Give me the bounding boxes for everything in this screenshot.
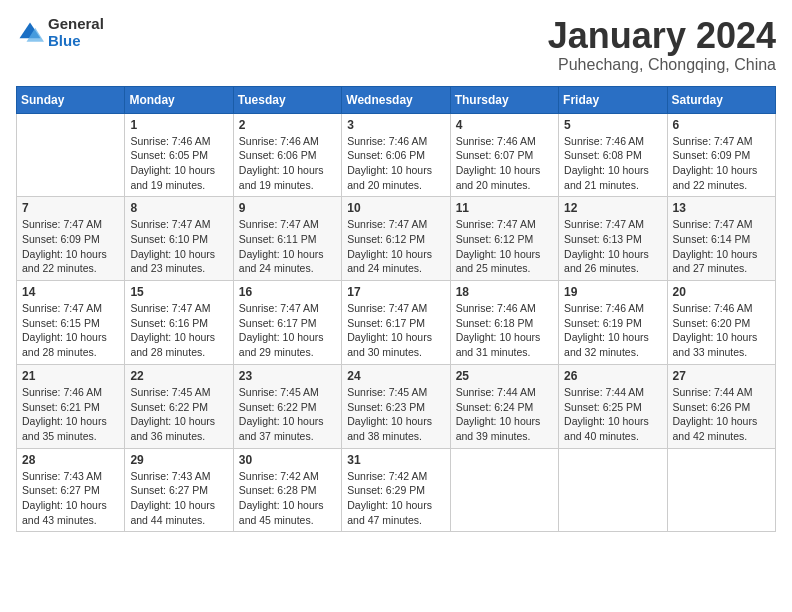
calendar-week-2: 7 Sunrise: 7:47 AM Sunset: 6:09 PM Dayli… bbox=[17, 197, 776, 281]
day-info: Sunrise: 7:47 AM Sunset: 6:15 PM Dayligh… bbox=[22, 301, 119, 360]
day-info: Sunrise: 7:46 AM Sunset: 6:08 PM Dayligh… bbox=[564, 134, 661, 193]
calendar-cell: 15 Sunrise: 7:47 AM Sunset: 6:16 PM Dayl… bbox=[125, 281, 233, 365]
calendar-cell: 27 Sunrise: 7:44 AM Sunset: 6:26 PM Dayl… bbox=[667, 364, 775, 448]
calendar-cell: 5 Sunrise: 7:46 AM Sunset: 6:08 PM Dayli… bbox=[559, 113, 667, 197]
calendar-cell: 30 Sunrise: 7:42 AM Sunset: 6:28 PM Dayl… bbox=[233, 448, 341, 532]
day-info: Sunrise: 7:43 AM Sunset: 6:27 PM Dayligh… bbox=[22, 469, 119, 528]
calendar-cell bbox=[450, 448, 558, 532]
calendar-cell: 12 Sunrise: 7:47 AM Sunset: 6:13 PM Dayl… bbox=[559, 197, 667, 281]
day-info: Sunrise: 7:46 AM Sunset: 6:06 PM Dayligh… bbox=[239, 134, 336, 193]
calendar-week-3: 14 Sunrise: 7:47 AM Sunset: 6:15 PM Dayl… bbox=[17, 281, 776, 365]
calendar-cell: 29 Sunrise: 7:43 AM Sunset: 6:27 PM Dayl… bbox=[125, 448, 233, 532]
weekday-header-friday: Friday bbox=[559, 86, 667, 113]
logo-general-text: General bbox=[48, 16, 104, 33]
calendar-cell: 6 Sunrise: 7:47 AM Sunset: 6:09 PM Dayli… bbox=[667, 113, 775, 197]
calendar-cell: 22 Sunrise: 7:45 AM Sunset: 6:22 PM Dayl… bbox=[125, 364, 233, 448]
calendar-cell: 1 Sunrise: 7:46 AM Sunset: 6:05 PM Dayli… bbox=[125, 113, 233, 197]
day-number: 24 bbox=[347, 369, 444, 383]
day-info: Sunrise: 7:45 AM Sunset: 6:22 PM Dayligh… bbox=[130, 385, 227, 444]
day-info: Sunrise: 7:47 AM Sunset: 6:12 PM Dayligh… bbox=[347, 217, 444, 276]
day-info: Sunrise: 7:44 AM Sunset: 6:26 PM Dayligh… bbox=[673, 385, 770, 444]
weekday-header-thursday: Thursday bbox=[450, 86, 558, 113]
day-number: 30 bbox=[239, 453, 336, 467]
day-number: 4 bbox=[456, 118, 553, 132]
logo-icon bbox=[16, 19, 44, 47]
day-info: Sunrise: 7:46 AM Sunset: 6:20 PM Dayligh… bbox=[673, 301, 770, 360]
day-number: 11 bbox=[456, 201, 553, 215]
day-number: 3 bbox=[347, 118, 444, 132]
location-title: Puhechang, Chongqing, China bbox=[548, 56, 776, 74]
day-number: 8 bbox=[130, 201, 227, 215]
day-number: 27 bbox=[673, 369, 770, 383]
day-number: 25 bbox=[456, 369, 553, 383]
calendar-cell: 21 Sunrise: 7:46 AM Sunset: 6:21 PM Dayl… bbox=[17, 364, 125, 448]
calendar-cell: 28 Sunrise: 7:43 AM Sunset: 6:27 PM Dayl… bbox=[17, 448, 125, 532]
day-number: 18 bbox=[456, 285, 553, 299]
day-info: Sunrise: 7:45 AM Sunset: 6:22 PM Dayligh… bbox=[239, 385, 336, 444]
day-number: 15 bbox=[130, 285, 227, 299]
day-info: Sunrise: 7:47 AM Sunset: 6:14 PM Dayligh… bbox=[673, 217, 770, 276]
day-info: Sunrise: 7:46 AM Sunset: 6:06 PM Dayligh… bbox=[347, 134, 444, 193]
day-number: 23 bbox=[239, 369, 336, 383]
calendar-week-1: 1 Sunrise: 7:46 AM Sunset: 6:05 PM Dayli… bbox=[17, 113, 776, 197]
day-info: Sunrise: 7:42 AM Sunset: 6:29 PM Dayligh… bbox=[347, 469, 444, 528]
day-info: Sunrise: 7:47 AM Sunset: 6:13 PM Dayligh… bbox=[564, 217, 661, 276]
calendar-cell: 7 Sunrise: 7:47 AM Sunset: 6:09 PM Dayli… bbox=[17, 197, 125, 281]
day-info: Sunrise: 7:47 AM Sunset: 6:17 PM Dayligh… bbox=[347, 301, 444, 360]
calendar-cell: 3 Sunrise: 7:46 AM Sunset: 6:06 PM Dayli… bbox=[342, 113, 450, 197]
weekday-header-monday: Monday bbox=[125, 86, 233, 113]
day-number: 1 bbox=[130, 118, 227, 132]
calendar-cell: 19 Sunrise: 7:46 AM Sunset: 6:19 PM Dayl… bbox=[559, 281, 667, 365]
day-info: Sunrise: 7:47 AM Sunset: 6:10 PM Dayligh… bbox=[130, 217, 227, 276]
day-number: 21 bbox=[22, 369, 119, 383]
day-number: 31 bbox=[347, 453, 444, 467]
day-number: 9 bbox=[239, 201, 336, 215]
calendar-cell: 25 Sunrise: 7:44 AM Sunset: 6:24 PM Dayl… bbox=[450, 364, 558, 448]
calendar-cell: 8 Sunrise: 7:47 AM Sunset: 6:10 PM Dayli… bbox=[125, 197, 233, 281]
day-info: Sunrise: 7:47 AM Sunset: 6:16 PM Dayligh… bbox=[130, 301, 227, 360]
day-number: 12 bbox=[564, 201, 661, 215]
title-block: January 2024 Puhechang, Chongqing, China bbox=[548, 16, 776, 74]
weekday-header-sunday: Sunday bbox=[17, 86, 125, 113]
logo-blue-text: Blue bbox=[48, 33, 104, 50]
calendar-cell bbox=[667, 448, 775, 532]
weekday-header-saturday: Saturday bbox=[667, 86, 775, 113]
day-number: 13 bbox=[673, 201, 770, 215]
calendar-cell: 23 Sunrise: 7:45 AM Sunset: 6:22 PM Dayl… bbox=[233, 364, 341, 448]
calendar-cell: 10 Sunrise: 7:47 AM Sunset: 6:12 PM Dayl… bbox=[342, 197, 450, 281]
day-number: 20 bbox=[673, 285, 770, 299]
weekday-header-wednesday: Wednesday bbox=[342, 86, 450, 113]
calendar-cell: 17 Sunrise: 7:47 AM Sunset: 6:17 PM Dayl… bbox=[342, 281, 450, 365]
calendar-cell: 2 Sunrise: 7:46 AM Sunset: 6:06 PM Dayli… bbox=[233, 113, 341, 197]
day-info: Sunrise: 7:46 AM Sunset: 6:07 PM Dayligh… bbox=[456, 134, 553, 193]
day-info: Sunrise: 7:43 AM Sunset: 6:27 PM Dayligh… bbox=[130, 469, 227, 528]
calendar-cell bbox=[559, 448, 667, 532]
weekday-header-tuesday: Tuesday bbox=[233, 86, 341, 113]
day-info: Sunrise: 7:47 AM Sunset: 6:09 PM Dayligh… bbox=[22, 217, 119, 276]
day-number: 6 bbox=[673, 118, 770, 132]
calendar-cell: 14 Sunrise: 7:47 AM Sunset: 6:15 PM Dayl… bbox=[17, 281, 125, 365]
calendar-table: SundayMondayTuesdayWednesdayThursdayFrid… bbox=[16, 86, 776, 533]
day-number: 28 bbox=[22, 453, 119, 467]
day-info: Sunrise: 7:47 AM Sunset: 6:11 PM Dayligh… bbox=[239, 217, 336, 276]
calendar-cell bbox=[17, 113, 125, 197]
day-number: 2 bbox=[239, 118, 336, 132]
day-info: Sunrise: 7:46 AM Sunset: 6:18 PM Dayligh… bbox=[456, 301, 553, 360]
calendar-cell: 26 Sunrise: 7:44 AM Sunset: 6:25 PM Dayl… bbox=[559, 364, 667, 448]
calendar-cell: 24 Sunrise: 7:45 AM Sunset: 6:23 PM Dayl… bbox=[342, 364, 450, 448]
page-header: General Blue January 2024 Puhechang, Cho… bbox=[16, 16, 776, 74]
day-info: Sunrise: 7:47 AM Sunset: 6:17 PM Dayligh… bbox=[239, 301, 336, 360]
calendar-cell: 18 Sunrise: 7:46 AM Sunset: 6:18 PM Dayl… bbox=[450, 281, 558, 365]
day-info: Sunrise: 7:46 AM Sunset: 6:21 PM Dayligh… bbox=[22, 385, 119, 444]
day-info: Sunrise: 7:45 AM Sunset: 6:23 PM Dayligh… bbox=[347, 385, 444, 444]
calendar-cell: 11 Sunrise: 7:47 AM Sunset: 6:12 PM Dayl… bbox=[450, 197, 558, 281]
calendar-cell: 16 Sunrise: 7:47 AM Sunset: 6:17 PM Dayl… bbox=[233, 281, 341, 365]
day-info: Sunrise: 7:46 AM Sunset: 6:19 PM Dayligh… bbox=[564, 301, 661, 360]
calendar-cell: 13 Sunrise: 7:47 AM Sunset: 6:14 PM Dayl… bbox=[667, 197, 775, 281]
month-year-title: January 2024 bbox=[548, 16, 776, 56]
day-info: Sunrise: 7:42 AM Sunset: 6:28 PM Dayligh… bbox=[239, 469, 336, 528]
day-info: Sunrise: 7:44 AM Sunset: 6:25 PM Dayligh… bbox=[564, 385, 661, 444]
day-number: 5 bbox=[564, 118, 661, 132]
day-number: 29 bbox=[130, 453, 227, 467]
calendar-cell: 9 Sunrise: 7:47 AM Sunset: 6:11 PM Dayli… bbox=[233, 197, 341, 281]
